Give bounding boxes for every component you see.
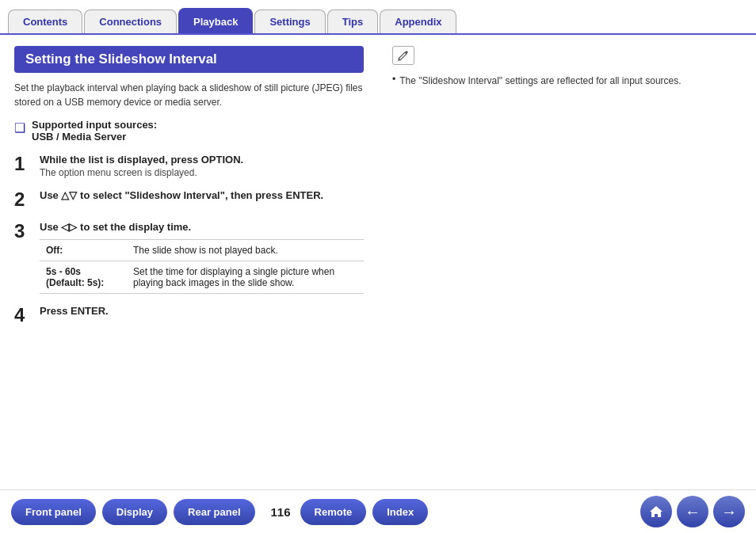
left-column: Setting the Slideshow Interval Set the p… bbox=[0, 35, 378, 485]
supported-sources: ❑ Supported input sources: USB / Media S… bbox=[14, 119, 364, 143]
tab-appendix[interactable]: Appendix bbox=[380, 10, 456, 33]
step-1: 1 While the list is displayed, press OPT… bbox=[14, 154, 364, 178]
supported-label: Supported input sources: USB / Media Ser… bbox=[32, 119, 157, 143]
index-button[interactable]: Index bbox=[372, 499, 428, 525]
nav-tabs: Contents Connections Playback Settings T… bbox=[0, 0, 756, 35]
section-title: Setting the Slideshow Interval bbox=[14, 46, 364, 73]
step-2: 2 Use △▽ to select "Slideshow Interval",… bbox=[14, 189, 364, 210]
footer-nav-icons: ← → bbox=[640, 496, 745, 527]
table-key-2: 5s - 60s (Default: 5s): bbox=[40, 261, 127, 294]
front-panel-button[interactable]: Front panel bbox=[11, 499, 96, 525]
step-2-content: Use △▽ to select "Slideshow Interval", t… bbox=[40, 189, 364, 203]
prev-button[interactable]: ← bbox=[677, 496, 708, 527]
pencil-icon bbox=[397, 49, 410, 62]
step-4-number: 4 bbox=[14, 305, 40, 326]
display-button[interactable]: Display bbox=[102, 499, 167, 525]
step-1-instruction: While the list is displayed, press OPTIO… bbox=[40, 154, 364, 166]
step-4-instruction: Press ENTER. bbox=[40, 305, 364, 317]
step-1-desc: The option menu screen is displayed. bbox=[40, 167, 364, 178]
checkbox-icon: ❑ bbox=[14, 120, 25, 135]
footer: Front panel Display Rear panel 116 Remot… bbox=[0, 489, 756, 533]
settings-table: Off: The slide show is not played back. … bbox=[40, 239, 364, 294]
note-icon bbox=[392, 46, 414, 65]
tab-contents[interactable]: Contents bbox=[8, 10, 82, 33]
step-1-content: While the list is displayed, press OPTIO… bbox=[40, 154, 364, 178]
tab-tips[interactable]: Tips bbox=[327, 10, 379, 33]
home-icon bbox=[648, 504, 664, 520]
note-text: The "Slideshow Interval" settings are re… bbox=[399, 74, 681, 88]
step-3-instruction: Use ◁▷ to set the display time. bbox=[40, 221, 364, 233]
intro-text: Set the playback interval when playing b… bbox=[14, 81, 364, 109]
page-number: 116 bbox=[271, 505, 291, 519]
table-row: Off: The slide show is not played back. bbox=[40, 240, 364, 261]
tab-playback[interactable]: Playback bbox=[178, 8, 253, 33]
table-key-1: Off: bbox=[40, 240, 127, 261]
tab-settings[interactable]: Settings bbox=[254, 10, 325, 33]
next-icon: → bbox=[721, 503, 737, 521]
main-content: Setting the Slideshow Interval Set the p… bbox=[0, 35, 756, 485]
prev-icon: ← bbox=[685, 503, 701, 521]
bullet-dot: • bbox=[392, 74, 395, 85]
step-2-instruction: Use △▽ to select "Slideshow Interval", t… bbox=[40, 189, 364, 201]
table-value-1: The slide show is not played back. bbox=[127, 240, 364, 261]
table-row: 5s - 60s (Default: 5s): Set the time for… bbox=[40, 261, 364, 294]
step-1-number: 1 bbox=[14, 154, 40, 174]
step-3-number: 3 bbox=[14, 221, 40, 242]
home-button[interactable] bbox=[640, 496, 672, 527]
table-value-2: Set the time for displaying a single pic… bbox=[127, 261, 364, 294]
note-section: • The "Slideshow Interval" settings are … bbox=[392, 74, 742, 88]
step-3-content: Use ◁▷ to set the display time. Off: The… bbox=[40, 221, 364, 294]
tab-connections[interactable]: Connections bbox=[84, 10, 177, 33]
step-3: 3 Use ◁▷ to set the display time. Off: T… bbox=[14, 221, 364, 294]
rear-panel-button[interactable]: Rear panel bbox=[174, 499, 254, 525]
step-2-number: 2 bbox=[14, 189, 40, 210]
next-button[interactable]: → bbox=[713, 496, 745, 527]
remote-button[interactable]: Remote bbox=[300, 499, 367, 525]
right-column: • The "Slideshow Interval" settings are … bbox=[378, 35, 756, 485]
step-4: 4 Press ENTER. bbox=[14, 305, 364, 326]
step-4-content: Press ENTER. bbox=[40, 305, 364, 318]
